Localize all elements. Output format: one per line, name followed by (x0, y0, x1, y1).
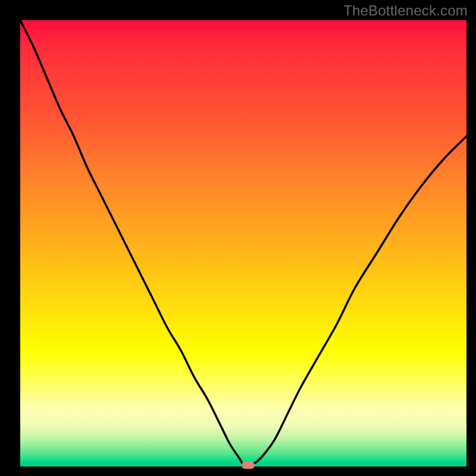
curve-svg (20, 20, 466, 466)
chart-stage: TheBottleneck.com (0, 0, 476, 476)
bottleneck-curve (20, 20, 466, 466)
watermark-text: TheBottleneck.com (343, 2, 468, 19)
plot-area (20, 20, 466, 466)
optimal-point-marker (242, 462, 255, 469)
